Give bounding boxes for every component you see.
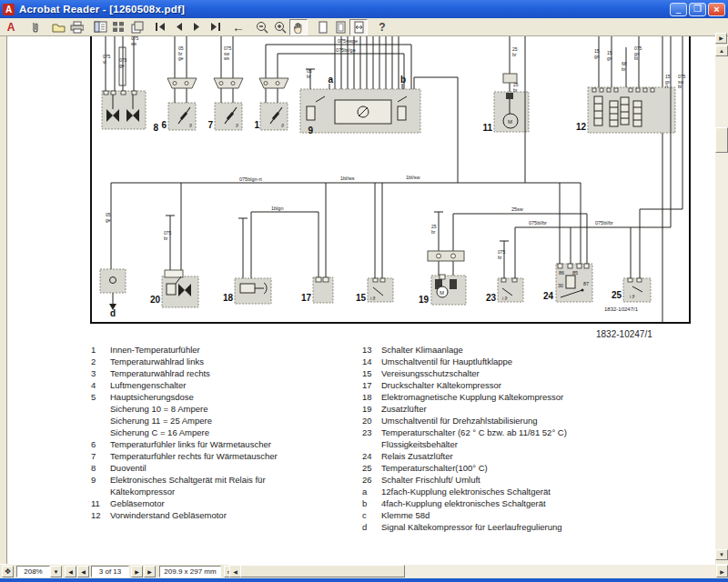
- wire-label: 25br: [512, 46, 518, 57]
- prev-page-icon[interactable]: [169, 19, 187, 35]
- pages-icon[interactable]: [127, 19, 146, 35]
- legend-text: Schalter Klimaanlage: [381, 344, 463, 356]
- wire-label: 87: [583, 281, 589, 286]
- prev-page-button[interactable]: ◀: [77, 566, 89, 577]
- legend-row: a12fach-Kupplung elektronisches Schaltge…: [362, 486, 567, 497]
- last-page-button[interactable]: ▶: [144, 566, 156, 577]
- legend-text: Klemme 58d: [381, 509, 430, 521]
- open-folder-icon[interactable]: [49, 19, 67, 35]
- component-number: 18: [223, 293, 234, 303]
- legend-row: 11Gebläsemotor: [91, 497, 278, 509]
- wire-label: 25br: [431, 224, 437, 235]
- title-bar: A Acrobat Reader - [1260508x.pdf] _ ❐ ×: [0, 0, 728, 18]
- nav-pane-splitter[interactable]: [0, 36, 7, 564]
- zoom-dropdown-button[interactable]: ▼: [50, 566, 62, 577]
- fit-page-icon[interactable]: [331, 19, 349, 35]
- legend-text: Temperaturschalter(100° C): [381, 462, 488, 474]
- scroll-right-button[interactable]: ▶: [716, 565, 728, 577]
- wire-label: M: [440, 290, 444, 296]
- wire-label: 075br/ge: [336, 47, 356, 53]
- wire-label: 25sw: [511, 206, 523, 212]
- legend-number: 23: [362, 426, 381, 438]
- thumbnails-icon[interactable]: [109, 19, 127, 35]
- legend-number: 3: [91, 367, 110, 379]
- legend-row: 9Elektronisches Schaltgerät mit Relais f…: [91, 474, 278, 486]
- window-bottom-edge: [0, 578, 728, 582]
- legend-number: 1: [91, 344, 110, 356]
- legend-number: [91, 426, 110, 438]
- legend-row: 23Temperaturschalter (62 ° C bzw. ab 11/…: [362, 426, 567, 438]
- actual-size-icon[interactable]: [313, 19, 331, 35]
- wire-label: 25br: [513, 82, 519, 93]
- toolbar-overflow-button[interactable]: ▶: [715, 33, 727, 44]
- legend-text: Gebläsemotor: [110, 497, 165, 509]
- legend-text: Signal Kältekompressor für Leerlaufregul…: [381, 521, 562, 533]
- legend-number: [362, 438, 381, 450]
- legend-number: 8: [91, 462, 110, 474]
- legend-row: Kältekompressor: [91, 486, 278, 497]
- legend-row: 4Luftmengenschalter: [91, 379, 278, 391]
- wire-label: 85: [572, 270, 578, 276]
- first-page-icon[interactable]: [151, 19, 169, 35]
- component-number: 7: [207, 120, 213, 130]
- legend-number: 12: [91, 509, 110, 521]
- legend-text: Innen-Temperaturfühler: [110, 344, 200, 356]
- component-number: 19: [419, 295, 430, 305]
- legend-row: 3Temperaturwählrad rechts: [91, 367, 278, 379]
- horizontal-scrollbar-thumb[interactable]: [240, 565, 405, 577]
- legend-row: Sicherung 11 = 25 Ampere: [91, 415, 278, 426]
- legend-row: 1Innen-Temperaturfühler: [91, 344, 278, 356]
- legend-row: 13Schalter Klimaanlage: [362, 344, 567, 356]
- scroll-up-button[interactable]: ▲: [715, 45, 728, 56]
- legend-number: 4: [91, 379, 110, 391]
- legend-text: Duoventil: [110, 462, 147, 474]
- paperclip-icon[interactable]: [25, 19, 44, 35]
- nav-pane-icon[interactable]: [91, 19, 109, 35]
- close-button[interactable]: ×: [708, 3, 725, 16]
- minimize-button[interactable]: _: [670, 3, 687, 16]
- legend-number: 11: [91, 497, 110, 509]
- legend-number: 15: [362, 367, 381, 379]
- legend-row: Sicherung C = 16 Ampere: [91, 426, 278, 438]
- last-page-icon[interactable]: [206, 19, 224, 35]
- component-number: 25: [612, 290, 622, 300]
- fit-width-icon[interactable]: [349, 19, 368, 35]
- zoom-in-icon[interactable]: [271, 19, 289, 35]
- legend-number: a: [362, 486, 381, 497]
- component-number: a: [328, 75, 333, 85]
- zoom-out-icon[interactable]: [253, 19, 271, 35]
- wire-label: 15gn: [607, 50, 612, 61]
- component-number: 12: [576, 122, 587, 132]
- scroll-down-button[interactable]: ▼: [715, 549, 728, 560]
- legend-row: b4fach-Kupplung elektronisches Schaltger…: [362, 497, 567, 509]
- component-number: d: [110, 308, 116, 318]
- legend-row: 6Temperaturfühler links für Wärmetausche…: [91, 438, 278, 450]
- help-icon[interactable]: ?: [373, 19, 391, 35]
- acrobat-logo-icon[interactable]: A: [2, 19, 20, 35]
- go-back-icon[interactable]: ←: [229, 19, 248, 35]
- next-page-button[interactable]: ▶: [131, 566, 143, 577]
- page-number-box[interactable]: 3 of 13: [91, 566, 129, 577]
- component-number: 24: [543, 291, 554, 301]
- document-page[interactable]: 867191112abd2018171519232425 075vi075ge0…: [7, 36, 715, 564]
- vertical-scrollbar-track[interactable]: [715, 45, 728, 560]
- component-number: 1: [254, 120, 259, 130]
- legend-row: cKlemme 58d: [362, 509, 567, 521]
- first-page-button[interactable]: ◀: [65, 566, 76, 577]
- legend-number: 26: [362, 474, 381, 486]
- vertical-scrollbar-thumb[interactable]: [715, 127, 728, 153]
- zoom-level-box[interactable]: 208%: [16, 566, 50, 577]
- wire-label: 075swbl: [678, 74, 686, 89]
- next-page-icon[interactable]: [187, 19, 206, 35]
- legend-row: 8Duoventil: [91, 462, 278, 474]
- legend-row: 20Umschaltventil für Drehzahlstabilisier…: [362, 415, 567, 426]
- wire-label: i ϑ: [630, 294, 635, 299]
- component-number: 9: [308, 125, 313, 135]
- legend-number: 14: [362, 356, 381, 367]
- wire-label: 075bl/br: [529, 220, 547, 226]
- component-number: 20: [150, 295, 161, 305]
- restore-button[interactable]: ❐: [689, 3, 706, 16]
- pan-tool-button[interactable]: ✥: [2, 566, 14, 577]
- print-icon[interactable]: [67, 19, 86, 35]
- hand-tool-icon[interactable]: [289, 19, 308, 35]
